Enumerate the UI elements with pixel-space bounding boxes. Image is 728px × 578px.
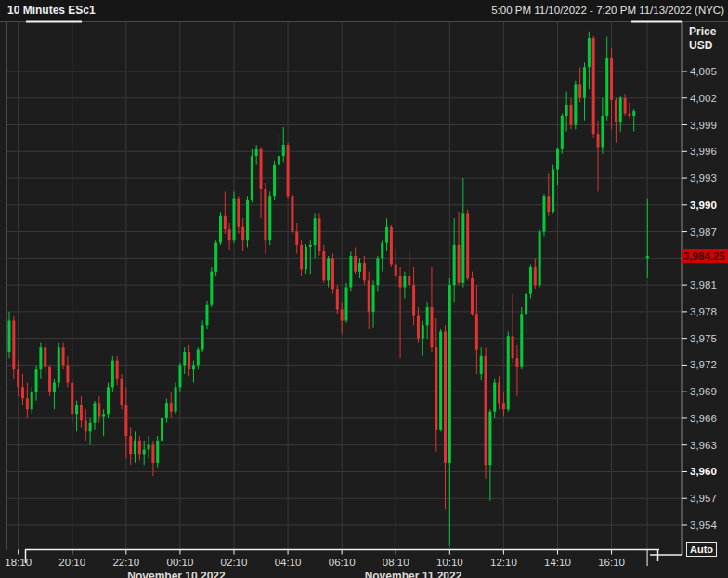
candle-body [260,149,263,189]
candle-body [570,105,573,125]
price-tick-label: 3,972 [690,359,717,370]
time-tick-label: 22:10 [112,557,139,568]
candle-body [170,403,173,412]
candle-body [161,418,163,441]
last-price-value: 3,984.25 [683,250,725,262]
candle-body [214,243,217,272]
candle-body [412,285,415,316]
candle-body [390,227,393,265]
candle-body [430,307,433,347]
candle-body [251,156,254,200]
candle-body [583,67,586,98]
candle-body [62,347,65,365]
price-tick-label: 4,002 [690,93,717,104]
candle-body [426,307,429,325]
candle-body [588,38,591,67]
price-tick-label: 3,963 [690,440,717,451]
candle-body [592,38,595,134]
candle-body [381,243,384,259]
candle-body [295,232,298,245]
candle-body [102,414,105,416]
candle-body [368,280,370,312]
candle-body [601,116,604,148]
candle-body [197,350,200,366]
candle-body [192,365,195,369]
candle-body [165,403,168,418]
candle-body [502,403,505,409]
candle-body [547,196,550,212]
candle-body [322,251,325,280]
candle-body [237,199,240,227]
candle-body [345,288,348,321]
candle-body [241,227,244,240]
candle-body [488,412,491,466]
candle-body [291,196,293,231]
candle-body [624,98,627,114]
candle-body [210,272,213,305]
candle-body [66,365,69,382]
candle-body [458,245,461,283]
candle-body [471,278,474,314]
candle-body [480,356,483,374]
candle-body [268,196,271,240]
candle-body [35,369,38,392]
candle-body [520,314,523,367]
price-tick-label: 3,978 [690,306,717,317]
auto-scale-button[interactable]: Auto [686,542,717,557]
candle-body [39,347,42,369]
candle-body [228,229,231,240]
candle-body [143,449,146,454]
candle-body [8,320,11,352]
candle-body [134,441,136,454]
candle-body [462,213,464,282]
price-tick-label: 3,954 [690,520,717,531]
candle-body [53,383,56,392]
candle-body [138,441,141,454]
candle-body [542,196,545,231]
candle-body [84,420,87,431]
candle-body [525,294,527,315]
candle-body [403,276,406,288]
candle-body [282,145,285,156]
price-tick-label: 3,981 [690,279,717,290]
price-tick-label: 3,990 [690,199,717,211]
candle-body [129,436,132,454]
candle-body [615,100,618,122]
candle-body [255,149,258,156]
candle-body [485,356,488,465]
candle-body [363,263,366,280]
candle-body [75,405,78,415]
candle-body [305,247,307,269]
candle-body [89,423,92,432]
candle-body [273,165,276,197]
candle-body [632,111,635,116]
time-tick-label: 14:10 [544,557,571,568]
candle-body [512,336,514,358]
candle-body [349,256,352,288]
candle-body [264,189,266,240]
last-price-tag: 3,984.25 [682,249,728,263]
candlestick-chart[interactable] [0,0,728,578]
candle-body [395,265,397,276]
time-tick-label: 18:10 [5,557,32,568]
price-tick-label: 3,993 [690,173,717,184]
time-tick-label: 00:10 [167,557,194,568]
price-tick-label: 3,987 [690,226,717,238]
candle-body [336,289,339,310]
candle-body [332,258,334,289]
price-tick-label: 3,960 [690,466,717,477]
candle-body [619,98,622,122]
time-tick-label: 16:10 [598,557,625,568]
candle-body [107,387,110,414]
candle-body [534,267,537,285]
time-tick-label: 12:10 [490,557,517,568]
candle-body [116,361,119,379]
candle-body [507,336,510,409]
candle-body [21,387,24,398]
candle-body [385,227,388,243]
candle-body [529,267,532,294]
time-tick-label: 20:10 [58,557,85,568]
candle-body [309,245,312,247]
candle-body [605,58,608,116]
price-tick-label: 3,996 [690,146,717,157]
